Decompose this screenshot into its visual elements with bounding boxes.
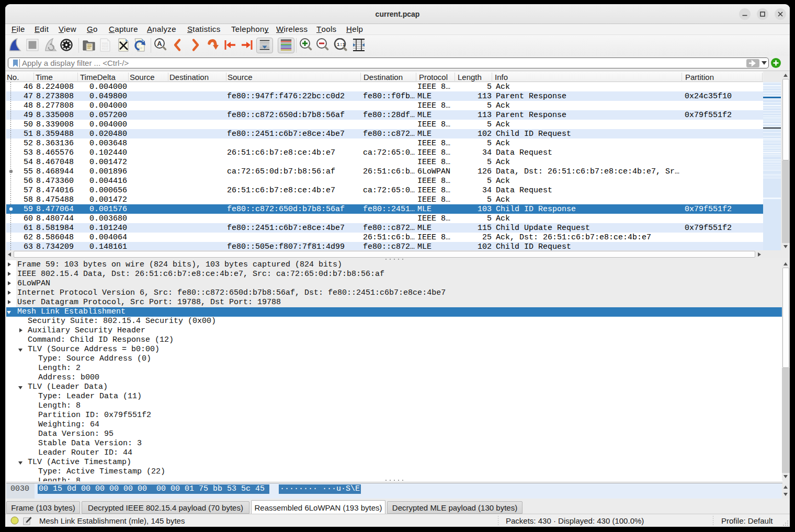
svg-text:A: A — [157, 40, 162, 48]
svg-text:0113: 0113 — [102, 48, 108, 51]
